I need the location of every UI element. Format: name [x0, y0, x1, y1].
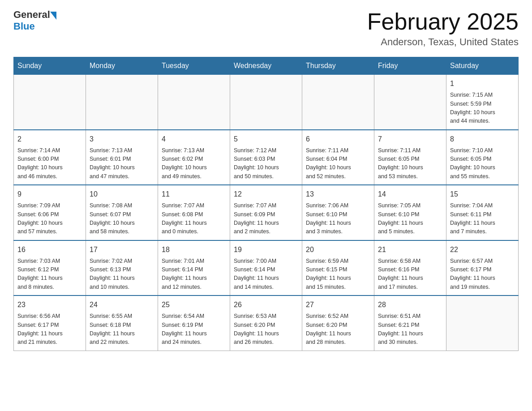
day-number: 2	[17, 134, 82, 145]
header: General Blue February 2025 Anderson, Tex…	[13, 9, 519, 48]
day-info: Sunrise: 6:53 AM Sunset: 6:20 PM Dayligh…	[234, 312, 298, 347]
day-number: 12	[234, 189, 298, 200]
calendar-cell: 4Sunrise: 7:13 AM Sunset: 6:02 PM Daylig…	[158, 130, 230, 185]
calendar-week-row: 23Sunrise: 6:56 AM Sunset: 6:17 PM Dayli…	[14, 295, 519, 351]
calendar-cell: 8Sunrise: 7:10 AM Sunset: 6:05 PM Daylig…	[446, 130, 519, 185]
logo-general-text: General	[13, 9, 50, 21]
calendar-cell	[158, 75, 230, 130]
calendar-cell: 17Sunrise: 7:02 AM Sunset: 6:13 PM Dayli…	[86, 240, 158, 296]
calendar-cell: 10Sunrise: 7:08 AM Sunset: 6:07 PM Dayli…	[86, 185, 158, 240]
header-thursday: Thursday	[302, 57, 374, 75]
day-number: 13	[306, 189, 370, 200]
day-number: 16	[17, 244, 82, 255]
day-number: 24	[90, 300, 154, 310]
calendar-cell: 20Sunrise: 6:59 AM Sunset: 6:15 PM Dayli…	[302, 240, 374, 296]
day-info: Sunrise: 7:11 AM Sunset: 6:04 PM Dayligh…	[306, 146, 370, 181]
logo-blue-text: Blue	[13, 21, 35, 32]
day-number: 14	[378, 189, 442, 200]
day-info: Sunrise: 7:07 AM Sunset: 6:08 PM Dayligh…	[162, 201, 226, 236]
calendar-cell: 25Sunrise: 6:54 AM Sunset: 6:19 PM Dayli…	[158, 295, 230, 351]
day-info: Sunrise: 7:05 AM Sunset: 6:10 PM Dayligh…	[378, 201, 442, 236]
day-info: Sunrise: 6:52 AM Sunset: 6:20 PM Dayligh…	[306, 312, 370, 347]
calendar-cell: 13Sunrise: 7:06 AM Sunset: 6:10 PM Dayli…	[302, 185, 374, 240]
day-number: 9	[17, 189, 82, 200]
day-number: 3	[90, 134, 154, 145]
day-number: 22	[450, 244, 515, 255]
calendar-cell: 16Sunrise: 7:03 AM Sunset: 6:12 PM Dayli…	[14, 240, 86, 296]
day-info: Sunrise: 6:59 AM Sunset: 6:15 PM Dayligh…	[306, 257, 370, 292]
day-number: 6	[306, 134, 370, 145]
day-info: Sunrise: 7:07 AM Sunset: 6:09 PM Dayligh…	[234, 201, 298, 236]
calendar-cell	[374, 75, 446, 130]
calendar-cell: 23Sunrise: 6:56 AM Sunset: 6:17 PM Dayli…	[14, 295, 86, 351]
day-info: Sunrise: 6:54 AM Sunset: 6:19 PM Dayligh…	[162, 312, 226, 347]
calendar-cell: 1Sunrise: 7:15 AM Sunset: 5:59 PM Daylig…	[446, 75, 519, 130]
calendar-cell: 14Sunrise: 7:05 AM Sunset: 6:10 PM Dayli…	[374, 185, 446, 240]
month-title: February 2025	[367, 9, 519, 34]
calendar-cell	[230, 75, 302, 130]
header-sunday: Sunday	[14, 57, 86, 75]
calendar-cell: 11Sunrise: 7:07 AM Sunset: 6:08 PM Dayli…	[158, 185, 230, 240]
day-info: Sunrise: 7:08 AM Sunset: 6:07 PM Dayligh…	[90, 201, 154, 236]
day-info: Sunrise: 7:10 AM Sunset: 6:05 PM Dayligh…	[450, 146, 515, 181]
calendar-cell: 6Sunrise: 7:11 AM Sunset: 6:04 PM Daylig…	[302, 130, 374, 185]
calendar-week-row: 1Sunrise: 7:15 AM Sunset: 5:59 PM Daylig…	[14, 75, 519, 130]
day-number: 20	[306, 244, 370, 255]
calendar-cell: 21Sunrise: 6:58 AM Sunset: 6:16 PM Dayli…	[374, 240, 446, 296]
day-number: 4	[162, 134, 226, 145]
location-title: Anderson, Texas, United States	[367, 36, 519, 48]
day-number: 25	[162, 300, 226, 310]
day-info: Sunrise: 7:02 AM Sunset: 6:13 PM Dayligh…	[90, 257, 154, 292]
day-info: Sunrise: 7:12 AM Sunset: 6:03 PM Dayligh…	[234, 146, 298, 181]
day-number: 26	[234, 300, 298, 310]
calendar-cell: 18Sunrise: 7:01 AM Sunset: 6:14 PM Dayli…	[158, 240, 230, 296]
calendar-cell: 7Sunrise: 7:11 AM Sunset: 6:05 PM Daylig…	[374, 130, 446, 185]
day-number: 1	[450, 78, 515, 89]
day-info: Sunrise: 6:55 AM Sunset: 6:18 PM Dayligh…	[90, 312, 154, 347]
logo: General Blue	[13, 9, 57, 32]
calendar-cell	[86, 75, 158, 130]
header-wednesday: Wednesday	[230, 57, 302, 75]
day-number: 7	[378, 134, 442, 145]
day-number: 19	[234, 244, 298, 255]
logo-triangle-icon	[50, 12, 56, 20]
calendar-cell	[14, 75, 86, 130]
calendar-cell: 5Sunrise: 7:12 AM Sunset: 6:03 PM Daylig…	[230, 130, 302, 185]
day-number: 15	[450, 189, 515, 200]
day-info: Sunrise: 7:15 AM Sunset: 5:59 PM Dayligh…	[450, 91, 515, 126]
day-info: Sunrise: 6:57 AM Sunset: 6:17 PM Dayligh…	[450, 257, 515, 292]
day-info: Sunrise: 7:04 AM Sunset: 6:11 PM Dayligh…	[450, 201, 515, 236]
calendar-cell: 15Sunrise: 7:04 AM Sunset: 6:11 PM Dayli…	[446, 185, 519, 240]
calendar-cell	[446, 295, 519, 351]
header-tuesday: Tuesday	[158, 57, 230, 75]
calendar-cell: 2Sunrise: 7:14 AM Sunset: 6:00 PM Daylig…	[14, 130, 86, 185]
day-number: 23	[17, 300, 82, 310]
day-info: Sunrise: 7:11 AM Sunset: 6:05 PM Dayligh…	[378, 146, 442, 181]
calendar-cell: 26Sunrise: 6:53 AM Sunset: 6:20 PM Dayli…	[230, 295, 302, 351]
header-saturday: Saturday	[446, 57, 519, 75]
day-number: 27	[306, 300, 370, 310]
day-info: Sunrise: 6:58 AM Sunset: 6:16 PM Dayligh…	[378, 257, 442, 292]
calendar-week-row: 2Sunrise: 7:14 AM Sunset: 6:00 PM Daylig…	[14, 130, 519, 185]
day-number: 18	[162, 244, 226, 255]
day-info: Sunrise: 7:13 AM Sunset: 6:02 PM Dayligh…	[162, 146, 226, 181]
day-info: Sunrise: 7:01 AM Sunset: 6:14 PM Dayligh…	[162, 257, 226, 292]
calendar-cell: 28Sunrise: 6:51 AM Sunset: 6:21 PM Dayli…	[374, 295, 446, 351]
calendar-cell: 9Sunrise: 7:09 AM Sunset: 6:06 PM Daylig…	[14, 185, 86, 240]
day-info: Sunrise: 6:51 AM Sunset: 6:21 PM Dayligh…	[378, 312, 442, 347]
day-info: Sunrise: 7:14 AM Sunset: 6:00 PM Dayligh…	[17, 146, 82, 181]
title-area: February 2025 Anderson, Texas, United St…	[367, 9, 519, 48]
calendar-cell: 24Sunrise: 6:55 AM Sunset: 6:18 PM Dayli…	[86, 295, 158, 351]
calendar-table: SundayMondayTuesdayWednesdayThursdayFrid…	[13, 57, 519, 351]
day-number: 17	[90, 244, 154, 255]
day-number: 11	[162, 189, 226, 200]
day-info: Sunrise: 7:06 AM Sunset: 6:10 PM Dayligh…	[306, 201, 370, 236]
calendar-cell: 3Sunrise: 7:13 AM Sunset: 6:01 PM Daylig…	[86, 130, 158, 185]
day-number: 5	[234, 134, 298, 145]
calendar-cell	[302, 75, 374, 130]
day-info: Sunrise: 7:03 AM Sunset: 6:12 PM Dayligh…	[17, 257, 82, 292]
day-number: 21	[378, 244, 442, 255]
day-info: Sunrise: 7:00 AM Sunset: 6:14 PM Dayligh…	[234, 257, 298, 292]
calendar-week-row: 16Sunrise: 7:03 AM Sunset: 6:12 PM Dayli…	[14, 240, 519, 296]
calendar-header-row: SundayMondayTuesdayWednesdayThursdayFrid…	[14, 57, 519, 75]
